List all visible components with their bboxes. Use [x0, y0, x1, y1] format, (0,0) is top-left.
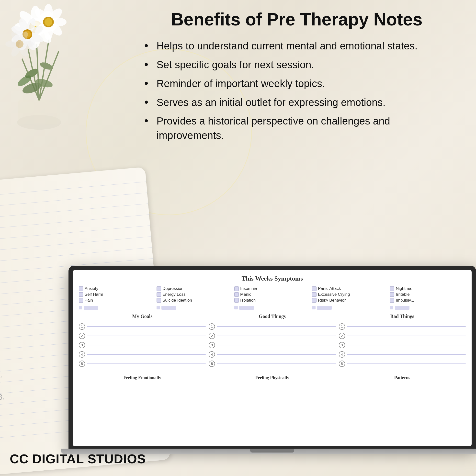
patterns-label: Patterns: [339, 373, 466, 382]
feeling-emotionally-label: Feeling Emotionally: [79, 373, 206, 382]
svg-line-5: [39, 51, 59, 100]
checkbox-isolation[interactable]: [234, 298, 239, 303]
checkbox-risky-behavior[interactable]: [312, 298, 317, 303]
bottom-labels: Feeling Emotionally Feeling Physically P…: [79, 373, 466, 382]
goal-item-2: 2: [79, 333, 206, 339]
good-things-column: Good Things 1 2 3: [209, 314, 336, 370]
symptom-panic-attack: Panic Attack: [312, 286, 388, 291]
symptom-excessive-crying: Excessive Crying: [312, 292, 388, 297]
benefits-list: Helps to understand current mental and e…: [127, 39, 466, 143]
laptop-frame: This Weeks Symptoms Anxiety Depression I…: [68, 266, 476, 449]
svg-line-3: [39, 39, 49, 100]
good-item-5: 5: [209, 360, 336, 367]
laptop-screen: This Weeks Symptoms Anxiety Depression I…: [73, 270, 472, 446]
symptom-energy-loss: Energy Loss: [156, 292, 232, 297]
checkbox-panic-attack[interactable]: [312, 287, 317, 291]
checkbox-suicide-ideation[interactable]: [156, 298, 161, 303]
symptom-pain: Pain: [79, 298, 154, 303]
symptom-self-harm: Self Harm: [79, 292, 154, 297]
bad-things-column: Bad Things 1 2 3: [339, 314, 466, 370]
checkbox-anxiety[interactable]: [79, 287, 83, 291]
good-item-1: 1: [209, 323, 336, 330]
laptop-device: This Weeks Symptoms Anxiety Depression I…: [68, 266, 476, 454]
symptom-impulsive: Impulsiv...: [390, 298, 466, 303]
bad-item-3: 3: [339, 342, 466, 348]
svg-point-28: [45, 18, 52, 26]
brand-label: CC DIGITAL STUDIOS: [10, 452, 146, 466]
symptom-depression: Depression: [156, 286, 232, 291]
checkbox-pain[interactable]: [79, 298, 83, 303]
checkbox-impulsive[interactable]: [390, 298, 394, 303]
benefits-section: Benefits of Pre Therapy Notes Helps to u…: [127, 10, 466, 147]
laptop-notch: [250, 449, 294, 453]
page-title: Benefits of Pre Therapy Notes: [127, 10, 466, 29]
symptom-risky-behavior: Risky Behavior: [312, 298, 388, 303]
symptom-manic: Manic: [234, 292, 310, 297]
checkbox-self-harm[interactable]: [79, 292, 83, 297]
symptom-anxiety: Anxiety: [79, 286, 154, 291]
custom-2: [156, 306, 232, 310]
goal-item-4: 4: [79, 351, 206, 357]
custom-symptoms-row: [79, 306, 466, 310]
benefit-item-3: Reminder of important weekly topics.: [142, 77, 452, 91]
checkbox-depression[interactable]: [156, 287, 161, 291]
custom-4: [312, 306, 388, 310]
three-columns-section: My Goals 1 2 3: [79, 314, 466, 370]
my-goals-header: My Goals: [79, 314, 206, 321]
flower-arrangement: [0, 0, 113, 147]
feeling-physically-label: Feeling Physically: [209, 373, 336, 382]
custom-3: [234, 306, 310, 310]
checkbox-manic[interactable]: [234, 292, 239, 297]
bad-item-4: 4: [339, 351, 466, 357]
good-item-2: 2: [209, 333, 336, 339]
bad-item-5: 5: [339, 360, 466, 367]
checkbox-insomnia[interactable]: [234, 287, 239, 291]
custom-1: [79, 306, 154, 310]
goal-item-5: 5: [79, 360, 206, 367]
symptom-insomnia: Insomnia: [234, 286, 310, 291]
good-item-3: 3: [209, 342, 336, 348]
bad-things-header: Bad Things: [339, 314, 466, 321]
screen-title: This Weeks Symptoms: [79, 275, 466, 282]
symptom-suicide-ideation: Suicide Ideation: [156, 298, 232, 303]
benefit-item-2: Set specific goals for next session.: [142, 58, 452, 72]
good-item-4: 4: [209, 351, 336, 357]
custom-5: [390, 306, 466, 310]
symptom-nightmares: Nightma...: [390, 286, 466, 291]
checkbox-irritable[interactable]: [390, 292, 394, 297]
checkbox-excessive-crying[interactable]: [312, 292, 317, 297]
benefit-item-1: Helps to understand current mental and e…: [142, 39, 452, 53]
goal-item-1: 1: [79, 323, 206, 330]
svg-rect-1: [18, 100, 60, 123]
checkbox-nightmares[interactable]: [390, 287, 394, 291]
bad-item-2: 2: [339, 333, 466, 339]
svg-point-45: [16, 40, 23, 48]
bad-item-1: 1: [339, 323, 466, 330]
good-things-header: Good Things: [209, 314, 336, 321]
symptom-isolation: Isolation: [234, 298, 310, 303]
symptoms-grid: Anxiety Depression Insomnia Panic Attack: [79, 286, 466, 303]
goal-item-3: 3: [79, 342, 206, 348]
my-goals-column: My Goals 1 2 3: [79, 314, 206, 370]
benefit-item-4: Serves as an initial outlet for expressi…: [142, 95, 452, 110]
screen-content: This Weeks Symptoms Anxiety Depression I…: [73, 270, 472, 387]
checkbox-energy-loss[interactable]: [156, 292, 161, 297]
benefit-item-5: Provides a historical perspective on cha…: [142, 114, 452, 143]
symptom-irritable: Irritable: [390, 292, 466, 297]
